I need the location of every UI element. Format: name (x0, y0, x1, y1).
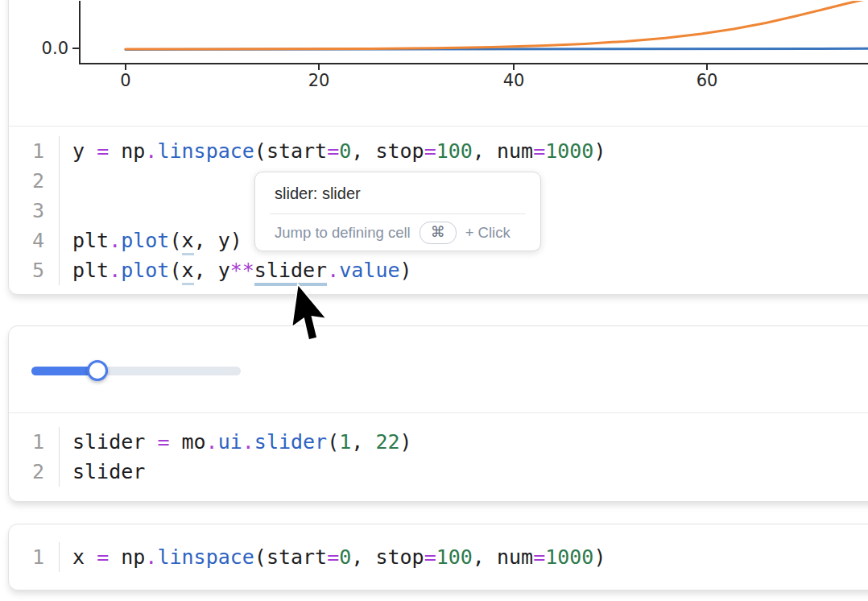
code-token (363, 430, 375, 454)
code-token: y (72, 139, 85, 163)
code-token: y (218, 229, 230, 252)
variable-reference[interactable]: x (182, 229, 194, 255)
x-tick-label: 0 (97, 71, 154, 90)
code-token: plt (72, 229, 109, 252)
code-token: ( (169, 229, 181, 252)
code-token: 100 (436, 545, 473, 569)
code-token: . (242, 430, 254, 454)
code-token: = (533, 545, 545, 569)
code-token: . (206, 430, 218, 454)
code-token (109, 139, 121, 163)
x-axis-tick (706, 64, 708, 70)
code-line[interactable]: 1y = np.linspace(start=0, stop=100, num=… (9, 136, 868, 166)
code-token: . (109, 259, 121, 282)
code-token: num (497, 545, 533, 569)
code-token: . (145, 139, 157, 163)
code-token: = (97, 139, 109, 163)
variable-tooltip: slider: slider Jump to defining cell ⌘ +… (254, 172, 541, 251)
code-text: plt.plot(x, y**slider.value) (60, 255, 412, 285)
code-token: , (351, 545, 363, 569)
code-text: slider (60, 457, 145, 487)
code-token: linspace (157, 139, 254, 163)
code-token: 0 (339, 545, 351, 569)
code-token: 1000 (545, 545, 593, 569)
code-text: x = np.linspace(start=0, stop=100, num=1… (60, 542, 606, 572)
y-tick-label: 0.0 (30, 39, 68, 58)
x-tick-label: 20 (291, 71, 347, 90)
code-text (60, 166, 72, 196)
line-number: 2 (9, 457, 60, 487)
code-token: ( (254, 545, 267, 569)
code-token: 1 (339, 430, 351, 454)
code-token: np (121, 139, 145, 163)
code-token: = (424, 545, 436, 569)
x-axis-tick (318, 64, 320, 70)
code-token: , (351, 430, 363, 454)
variable-reference[interactable]: x (182, 259, 194, 285)
marimo-notebook: { "chart": { "y_tick_label": "0.0", "x_t… (0, 0, 868, 601)
output-code-divider (9, 412, 868, 413)
code-token: linspace (157, 545, 254, 569)
code-token: = (424, 139, 436, 163)
code-token: num (497, 139, 533, 163)
x-tick-label: 60 (679, 71, 735, 90)
code-line[interactable]: 5plt.plot(x, y**slider.value) (9, 255, 868, 285)
slider-thumb[interactable] (87, 360, 108, 381)
code-token: 1000 (545, 139, 593, 163)
y-axis-tick (72, 48, 79, 49)
code-token: start (267, 545, 327, 569)
x-axis-tick (125, 64, 126, 70)
code-token: , (351, 139, 363, 163)
code-token: slider (254, 430, 327, 454)
code-token (109, 545, 121, 569)
code-token: ) (400, 259, 412, 282)
line-series-orange (126, 1, 868, 49)
code-line[interactable]: 1x = np.linspace(start=0, stop=100, num=… (9, 542, 868, 572)
code-token: slider (72, 460, 145, 483)
tooltip-title: slider: slider (255, 172, 540, 213)
code-token: y (218, 259, 230, 282)
code-token: start (267, 139, 327, 163)
code-token: plot (121, 259, 169, 282)
code-token: = (327, 139, 339, 163)
output-code-divider (9, 126, 868, 126)
code-token: np (121, 545, 145, 569)
cell-slider: 1slider = mo.ui.slider(1, 22)2slider (8, 325, 868, 502)
code-token: ( (254, 139, 267, 163)
code-token: ( (327, 430, 339, 454)
line-number: 5 (9, 255, 60, 285)
code-token (363, 139, 375, 163)
plot-lines (79, 1, 868, 65)
code-token: ( (169, 259, 181, 282)
code-token: . (327, 259, 339, 282)
tooltip-action-label: Jump to defining cell (275, 224, 411, 242)
code-token (363, 545, 375, 569)
code-token (85, 545, 97, 569)
code-token: , (194, 259, 206, 282)
code-text: slider = mo.ui.slider(1, 22) (60, 427, 412, 457)
code-token: plt (72, 259, 109, 282)
code-token: . (109, 229, 121, 252)
code-token: plot (121, 229, 169, 252)
code-token (85, 139, 97, 163)
code-token: ) (593, 545, 606, 569)
code-token (169, 430, 181, 454)
line-number: 1 (9, 136, 60, 166)
code-token: slider (72, 430, 145, 454)
code-line[interactable]: 2slider (9, 457, 868, 487)
line-number: 3 (9, 196, 60, 226)
line-number: 1 (9, 542, 60, 572)
code-token: stop (375, 545, 424, 569)
slider-track[interactable] (31, 367, 241, 375)
code-token: , (473, 545, 485, 569)
code-editor-slider[interactable]: 1slider = mo.ui.slider(1, 22)2slider (9, 427, 868, 487)
code-line[interactable]: 1slider = mo.ui.slider(1, 22) (9, 427, 868, 457)
variable-reference[interactable]: slider (254, 259, 327, 286)
code-token: . (145, 545, 157, 569)
mouse-cursor-icon (287, 282, 335, 347)
code-token: = (97, 545, 109, 569)
code-token (206, 259, 218, 282)
code-token (485, 545, 497, 569)
code-editor-x[interactable]: 1x = np.linspace(start=0, stop=100, num=… (9, 542, 868, 572)
code-token: value (339, 259, 399, 282)
